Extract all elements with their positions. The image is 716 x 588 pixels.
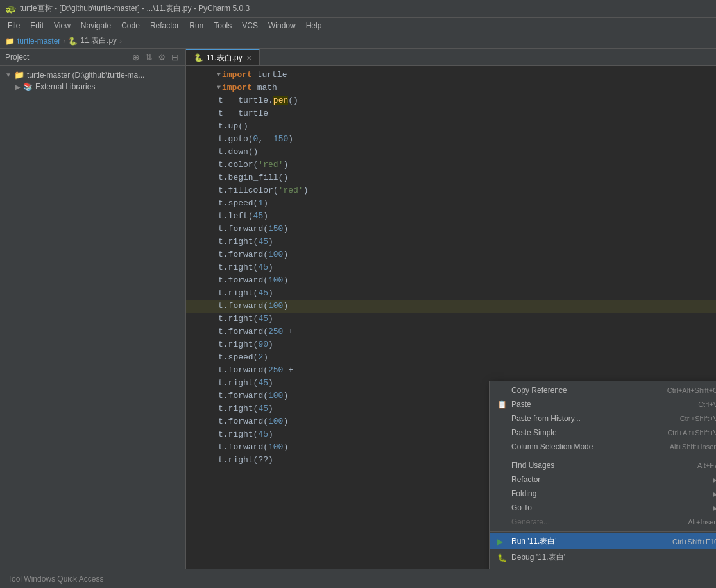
extlibs-icon: 📚 [23, 82, 33, 91]
bottom-bar: Tool Windows Quick Access [0, 569, 716, 588]
menu-edit[interactable]: Edit [25, 20, 49, 31]
menu-refactor[interactable]: Refactor [145, 20, 184, 31]
ctx-run[interactable]: ▶ Run '11.表白' Ctrl+Shift+F10 [490, 533, 716, 549]
ctx-paste-history[interactable]: Paste from History... Ctrl+Shift+V [490, 411, 716, 426]
code-line-17: t.forward(100) [186, 274, 716, 287]
tree-arrow-root: ▼ [5, 71, 12, 78]
app-icon: 🐢 [5, 4, 16, 14]
tab-file-icon: 🐍 [194, 53, 203, 62]
breadcrumb-root[interactable]: turtle-master [17, 37, 60, 46]
ctx-refactor-label: Refactor [511, 475, 705, 484]
ctx-generate-label: Generate... [511, 517, 683, 526]
folding-arrow-icon: ▶ [713, 490, 716, 497]
title-text: turtle画树 - [D:\github\turtle-master] - .… [20, 3, 250, 14]
content-wrapper: Project ⊕ ⇅ ⚙ ⊟ ▼ 📁 turtle-master (D:\gi… [0, 49, 716, 569]
editor-area[interactable]: ▼ import turtle ▼ import math t = turtle… [186, 66, 716, 569]
tab-close-button[interactable]: ✕ [246, 55, 251, 62]
debug-icon: 🐛 [497, 553, 509, 562]
ctx-paste[interactable]: 📋 Paste Ctrl+V [490, 397, 716, 411]
ctx-run-shortcut: Ctrl+Shift+F10 [672, 538, 716, 546]
ctx-run-coverage[interactable]: ⚡ Run '11.表白' with Coverage [490, 566, 716, 569]
ctx-paste-simple-shortcut: Ctrl+Alt+Shift+V [667, 429, 716, 437]
code-line-13: t.forward(150) [186, 223, 716, 236]
ctx-find-usages-label: Find Usages [511, 461, 692, 470]
breadcrumb-file-icon: 🐍 [68, 37, 78, 46]
ctx-run-coverage-label: Run '11.表白' with Coverage [511, 568, 713, 569]
code-line-24: t.forward(250 + [186, 364, 716, 377]
breadcrumb-file[interactable]: 11.表白.py [80, 35, 117, 46]
menu-navigate[interactable]: Navigate [76, 20, 116, 31]
ctx-debug[interactable]: 🐛 Debug '11.表白' [490, 549, 716, 566]
ctx-copy-reference-label: Copy Reference [511, 386, 662, 395]
code-line-10: t.fillcolor('red') [186, 184, 716, 197]
ctx-find-usages-shortcut: Alt+F7 [697, 462, 716, 469]
ctx-column-selection-label: Column Selection Mode [511, 442, 665, 451]
ctx-paste-history-shortcut: Ctrl+Shift+V [680, 415, 716, 422]
code-line-16: t.right(45) [186, 261, 716, 274]
code-line-14: t.right(45) [186, 236, 716, 248]
code-line-20: t.right(45) [186, 313, 716, 325]
code-line-21: t.forward(250 + [186, 325, 716, 338]
ctx-goto[interactable]: Go To ▶ [490, 501, 716, 515]
code-line-7: t.down() [186, 146, 716, 159]
ctx-folding[interactable]: Folding ▶ [490, 487, 716, 501]
ctx-sep2 [490, 531, 716, 532]
tree-item-extlibs[interactable]: ▶ 📚 External Libraries [0, 81, 185, 92]
breadcrumb: 📁 turtle-master › 🐍 11.表白.py › [0, 33, 716, 49]
ctx-paste-simple[interactable]: Paste Simple Ctrl+Alt+Shift+V [490, 426, 716, 440]
ctx-sep1 [490, 456, 716, 456]
tree-label-extlibs: External Libraries [35, 82, 95, 91]
code-line-1: ▼ import turtle [186, 69, 716, 82]
code-line-6: t.goto(0, 150) [186, 133, 716, 146]
menu-window[interactable]: Window [263, 20, 301, 31]
sidebar-icon-settings[interactable]: ⚙ [157, 52, 167, 62]
code-line-11: t.speed(1) [186, 197, 716, 210]
menu-code[interactable]: Code [116, 20, 145, 31]
ctx-generate[interactable]: Generate... Alt+Insert [490, 515, 716, 529]
ctx-column-selection[interactable]: Column Selection Mode Alt+Shift+Insert [490, 440, 716, 454]
sidebar-icon-sync[interactable]: ⇅ [144, 52, 154, 62]
menu-help[interactable]: Help [301, 20, 327, 31]
goto-arrow-icon: ▶ [713, 505, 716, 512]
tree-label-root: turtle-master (D:\github\turtle-ma... [27, 71, 144, 80]
ctx-debug-label: Debug '11.表白' [511, 552, 713, 563]
code-line-23: t.speed(2) [186, 351, 716, 364]
sidebar-icons: ⊕ ⇅ ⚙ ⊟ [131, 52, 180, 62]
ctx-column-selection-shortcut: Alt+Shift+Insert [670, 443, 716, 451]
sidebar-icon-add[interactable]: ⊕ [131, 52, 141, 62]
ctx-paste-label: Paste [511, 400, 693, 409]
menu-view[interactable]: View [49, 20, 76, 31]
ctx-goto-label: Go To [511, 503, 705, 512]
code-line-19: t.forward(100) [186, 300, 716, 313]
tree-item-root[interactable]: ▼ 📁 turtle-master (D:\github\turtle-ma..… [0, 69, 185, 81]
menu-run[interactable]: Run [184, 20, 209, 31]
ctx-copy-reference[interactable]: Copy Reference Ctrl+Alt+Shift+C [490, 383, 716, 397]
sidebar-icon-collapse[interactable]: ⊟ [170, 52, 180, 62]
tab-bar: 🐍 11.表白.py ✕ [186, 49, 716, 66]
code-line-3: t = turtle.pen() [186, 94, 716, 107]
sidebar-header: Project ⊕ ⇅ ⚙ ⊟ [0, 49, 185, 66]
tree-arrow-extlibs: ▶ [15, 83, 21, 91]
sidebar-tree: ▼ 📁 turtle-master (D:\github\turtle-ma..… [0, 66, 185, 569]
ctx-folding-label: Folding [511, 489, 705, 498]
folder-icon: 📁 [14, 70, 24, 80]
bottom-bar-text[interactable]: Tool Windows Quick Access [8, 575, 103, 584]
ctx-find-usages[interactable]: Find Usages Alt+F7 [490, 458, 716, 472]
ctx-refactor[interactable]: Refactor ▶ [490, 472, 716, 487]
code-line-2: ▼ import math [186, 82, 716, 94]
refactor-arrow-icon: ▶ [713, 476, 716, 483]
code-line-8: t.color('red') [186, 159, 716, 171]
breadcrumb-sep1: › [63, 37, 65, 46]
title-bar: 🐢 turtle画树 - [D:\github\turtle-master] -… [0, 0, 716, 18]
ctx-run-label: Run '11.表白' [511, 536, 667, 547]
sidebar-title: Project [5, 53, 131, 62]
menu-file[interactable]: File [3, 20, 25, 31]
tab-file[interactable]: 🐍 11.表白.py ✕ [186, 49, 260, 65]
ctx-generate-shortcut: Alt+Insert [688, 518, 716, 526]
menu-vcs[interactable]: VCS [237, 20, 263, 31]
breadcrumb-folder-icon: 📁 [5, 37, 15, 46]
ctx-paste-history-label: Paste from History... [511, 414, 675, 423]
menu-tools[interactable]: Tools [209, 20, 237, 31]
paste-icon: 📋 [497, 400, 509, 409]
code-line-12: t.left(45) [186, 210, 716, 223]
